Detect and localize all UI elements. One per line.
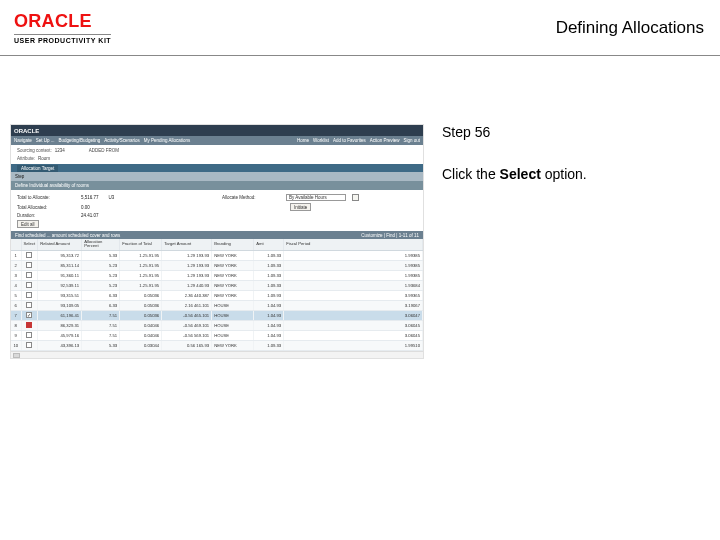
row-fraction: 0.04046 [120,320,162,330]
row-branding: NEW YORK [212,340,254,350]
upk-subtitle: USER PRODUCTIVITY KIT [14,34,111,44]
row-amount: 61,196.41 [38,310,82,320]
menu-link[interactable]: Worklist [313,138,329,143]
table-row[interactable]: 492,539.115.231.25.91.951.29 440.93NEW Y… [11,280,423,290]
row-select-cell[interactable] [21,330,38,340]
row-pct: 5.33 [82,250,120,260]
row-pct: 5.23 [82,260,120,270]
select-checkbox[interactable] [26,282,32,288]
menu-link[interactable]: Action Preview [370,138,400,143]
row-number: 7 [11,310,21,320]
menu-item[interactable]: Navigate [14,138,32,143]
row-amount: 92,539.11 [38,280,82,290]
allocate-method-select[interactable]: By Available Hours [286,194,346,201]
table-row[interactable]: 693,109.056.330.050362.16 461.101HOUSE1.… [11,300,423,310]
row-amt: 1.09.33 [254,280,284,290]
row-amount: 85,311.14 [38,260,82,270]
info-value: 1234 [55,148,65,153]
select-checkbox[interactable] [26,342,32,348]
row-number: 5 [11,290,21,300]
table-row[interactable]: 593,315.516.330.050362.36 440.387NEW YOR… [11,290,423,300]
row-branding: NEW YORK [212,290,254,300]
row-branding: NEW YORK [212,250,254,260]
instruction-segment: Click the [442,166,500,182]
lookup-icon[interactable] [352,194,359,201]
app-info-row: Sourcing context:1234 ADDED FROM [11,145,423,156]
row-number: 9 [11,330,21,340]
instruction-segment: option. [541,166,587,182]
menu-item[interactable]: Activity/Scenarios [104,138,140,143]
app-brand: ORACLE [14,128,39,134]
row-target: 1.29 193.93 [162,260,212,270]
row-select-cell[interactable] [21,340,38,350]
select-checkbox[interactable] [26,252,32,258]
table-row[interactable]: 391,360.115.231.25.91.951.29 193.93NEW Y… [11,270,423,280]
row-fiscal: 3.06047 [284,310,423,320]
table-row[interactable]: 886,329.317.510.04046-0.56 469.101HOUSE1… [11,320,423,330]
page-title: Defining Allocations [556,18,704,38]
row-select-cell[interactable] [21,300,38,310]
row-target: -0.56 465.101 [162,310,212,320]
form-label: U3 [109,195,115,200]
select-checkbox[interactable] [26,272,32,278]
menu-item[interactable]: Budgeting/Budgeting [59,138,101,143]
form-value: 24.41.07 [81,213,99,218]
col-select: Select [21,239,38,250]
menu-link[interactable]: Home [297,138,309,143]
info-value: Room [38,156,50,161]
select-checkbox[interactable] [26,332,32,338]
scrollbar-thumb[interactable] [13,353,20,358]
select-checkbox[interactable] [26,262,32,268]
menu-item[interactable]: My Pending Allocations [144,138,191,143]
form-label: Total Allocated: [17,205,77,210]
row-select-cell[interactable] [21,280,38,290]
table-row[interactable]: 285,311.145.231.25.91.951.29 193.93NEW Y… [11,260,423,270]
row-fraction: 0.05036 [120,310,162,320]
section-bar-step: Step [11,172,423,181]
initiate-button[interactable]: Initiate [290,203,311,211]
row-fraction: 0.05036 [120,300,162,310]
page-header: ORACLE USER PRODUCTIVITY KIT Defining Al… [0,0,720,56]
col-fiscal: Fiscal Period [284,239,423,250]
row-pct: 5.33 [82,340,120,350]
row-pct: 5.23 [82,270,120,280]
tab-allocation-target[interactable]: Allocation Target [17,165,58,172]
instruction-text: Click the Select option. [442,166,692,182]
row-fiscal: 1.99385 [284,270,423,280]
grid-tools[interactable]: Customize | Find | [361,233,397,238]
row-select-cell[interactable] [21,310,38,320]
table-row[interactable]: 1043,396.135.330.030440.56 165.93NEW YOR… [11,340,423,350]
menu-link[interactable]: Sign out [403,138,420,143]
row-number: 4 [11,280,21,290]
row-fiscal: 3.99365 [284,290,423,300]
row-amt: 1.09.93 [254,290,284,300]
row-select-cell[interactable] [21,270,38,280]
row-amount: 95,313.72 [38,250,82,260]
menu-link[interactable]: Add to Favorites [333,138,366,143]
row-target: 1.29 193.93 [162,270,212,280]
table-row[interactable]: 195,313.725.331.25.91.951.29 193.93NEW Y… [11,250,423,260]
row-number: 1 [11,250,21,260]
app-info-row2: Attribute:Room [11,156,423,164]
select-checkbox[interactable] [26,302,32,308]
row-select-cell[interactable] [21,290,38,300]
col-amt: Amt [254,239,284,250]
edit-all-button[interactable]: Edit all [17,220,39,228]
row-amt: 1.04.93 [254,310,284,320]
grid-count: 1-11 of 11 [399,233,419,238]
horizontal-scrollbar[interactable] [11,351,423,358]
row-target: 2.36 440.387 [162,290,212,300]
row-amt: 1.09.33 [254,340,284,350]
select-checkbox[interactable] [26,292,32,298]
select-checkbox[interactable] [26,312,32,318]
col-branding: Branding [212,239,254,250]
row-select-cell[interactable] [21,250,38,260]
table-row[interactable]: 945,979.167.510.04046-0.56 569.101HOUSE1… [11,330,423,340]
row-select-cell[interactable] [21,260,38,270]
table-row[interactable]: 761,196.417.510.05036-0.56 465.101HOUSE1… [11,310,423,320]
row-select-cell[interactable] [21,320,38,330]
row-pct: 7.51 [82,320,120,330]
select-option[interactable] [26,322,32,328]
menu-item[interactable]: Set Up ... [36,138,55,143]
row-amount: 91,360.11 [38,270,82,280]
